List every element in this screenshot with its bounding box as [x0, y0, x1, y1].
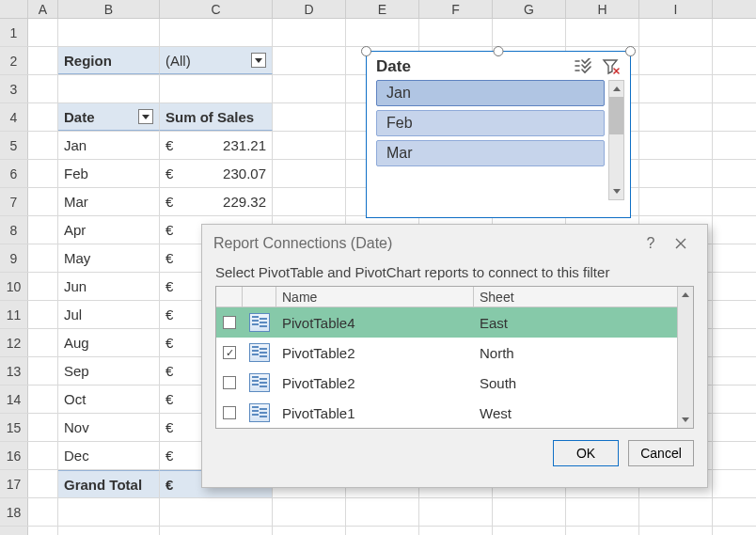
header-sheet[interactable]: Sheet — [474, 287, 677, 307]
cell[interactable] — [493, 498, 566, 526]
pivot-filter-value[interactable]: (All) — [160, 47, 273, 74]
cell[interactable] — [493, 19, 566, 46]
row-header[interactable]: 11 — [0, 301, 28, 328]
col-header-I[interactable]: I — [639, 0, 713, 18]
row-header[interactable]: 8 — [0, 216, 28, 244]
cell[interactable] — [419, 527, 493, 535]
multi-select-icon[interactable] — [574, 58, 592, 75]
close-button[interactable] — [666, 232, 696, 255]
cell[interactable] — [28, 470, 58, 497]
cell[interactable] — [160, 75, 273, 102]
cell[interactable] — [160, 19, 273, 46]
cell[interactable] — [273, 132, 346, 159]
col-header-C[interactable]: C — [160, 0, 273, 18]
grand-total-label[interactable]: Grand Total — [58, 470, 160, 497]
row-header[interactable]: 2 — [0, 47, 28, 74]
row-header[interactable]: 3 — [0, 75, 28, 102]
slicer-item[interactable]: Jan — [376, 80, 605, 106]
resize-handle[interactable] — [625, 46, 636, 56]
pivot-row-value[interactable]: €231.21 — [160, 132, 273, 159]
pivot-row-value[interactable]: €229.32 — [160, 188, 273, 215]
header-name[interactable]: Name — [276, 287, 474, 307]
scroll-up-button[interactable] — [609, 81, 623, 97]
cell[interactable] — [273, 188, 346, 215]
row-header[interactable]: 13 — [0, 357, 28, 385]
connection-row[interactable]: PivotTable2South — [216, 368, 677, 398]
cell[interactable] — [28, 216, 58, 244]
col-header-A[interactable]: A — [28, 0, 58, 18]
cell[interactable] — [639, 498, 713, 526]
row-header[interactable]: 17 — [0, 470, 28, 497]
row-header[interactable]: 1 — [0, 19, 28, 46]
scroll-down-button[interactable] — [609, 183, 623, 199]
cell[interactable] — [273, 160, 346, 187]
col-header-D[interactable]: D — [273, 0, 346, 18]
cell[interactable] — [28, 498, 58, 526]
row-header[interactable]: 14 — [0, 386, 28, 413]
pivot-row-label[interactable]: Mar — [58, 188, 160, 215]
cell[interactable] — [28, 47, 58, 74]
cancel-button[interactable]: Cancel — [628, 440, 694, 466]
row-header[interactable]: 16 — [0, 442, 28, 469]
row-header[interactable]: 7 — [0, 188, 28, 215]
pivot-row-label[interactable]: Aug — [58, 329, 160, 356]
col-header-G[interactable]: G — [493, 0, 566, 18]
cell[interactable] — [493, 527, 566, 535]
cell[interactable] — [346, 19, 419, 46]
scroll-up-button[interactable] — [678, 287, 693, 303]
cell[interactable] — [639, 19, 713, 46]
cell[interactable] — [28, 357, 58, 385]
row-header[interactable]: 4 — [0, 103, 28, 131]
row-header[interactable]: 18 — [0, 498, 28, 526]
row-header[interactable]: 5 — [0, 132, 28, 159]
cell[interactable] — [639, 103, 713, 131]
pivot-row-header[interactable]: Date — [58, 103, 160, 131]
ok-button[interactable]: OK — [553, 440, 619, 466]
col-header-H[interactable]: H — [566, 0, 639, 18]
connection-row[interactable]: PivotTable1West — [216, 398, 677, 428]
cell[interactable] — [28, 414, 58, 441]
cell[interactable] — [639, 132, 713, 159]
cell[interactable] — [28, 19, 58, 46]
cell[interactable] — [58, 19, 160, 46]
row-header[interactable]: 10 — [0, 273, 28, 300]
pivot-row-label[interactable]: May — [58, 244, 160, 272]
list-scrollbar[interactable] — [677, 287, 693, 428]
cell[interactable] — [28, 75, 58, 102]
row-header[interactable]: 19 — [0, 527, 28, 535]
cell[interactable] — [273, 19, 346, 46]
help-button[interactable]: ? — [636, 232, 666, 255]
cell[interactable] — [566, 527, 639, 535]
pivot-filter-label[interactable]: Region — [58, 47, 160, 74]
clear-filter-icon[interactable] — [602, 58, 621, 75]
row-header[interactable]: 6 — [0, 160, 28, 187]
cell[interactable] — [273, 75, 346, 102]
cell[interactable] — [566, 498, 639, 526]
cell[interactable] — [419, 498, 493, 526]
cell[interactable] — [160, 498, 273, 526]
cell[interactable] — [346, 498, 419, 526]
cell[interactable] — [273, 527, 346, 535]
row-dropdown-button[interactable] — [138, 109, 153, 124]
pivot-values-header[interactable]: Sum of Sales — [160, 103, 273, 131]
slicer-item[interactable]: Mar — [376, 140, 605, 166]
cell[interactable] — [639, 75, 713, 102]
select-all-corner[interactable] — [0, 0, 28, 18]
cell[interactable] — [28, 160, 58, 187]
cell[interactable] — [28, 329, 58, 356]
cell[interactable] — [28, 442, 58, 469]
row-header[interactable]: 12 — [0, 329, 28, 356]
row-checkbox[interactable] — [223, 316, 236, 329]
scroll-down-button[interactable] — [678, 412, 693, 428]
pivot-row-label[interactable]: Apr — [58, 216, 160, 244]
resize-handle[interactable] — [361, 46, 371, 56]
pivot-row-label[interactable]: Jan — [58, 132, 160, 159]
cell[interactable] — [273, 498, 346, 526]
cell[interactable] — [28, 273, 58, 300]
col-header-F[interactable]: F — [419, 0, 493, 18]
pivot-row-label[interactable]: Feb — [58, 160, 160, 187]
cell[interactable] — [160, 527, 273, 535]
cell[interactable] — [566, 19, 639, 46]
cell[interactable] — [58, 527, 160, 535]
scroll-track[interactable] — [609, 97, 623, 183]
